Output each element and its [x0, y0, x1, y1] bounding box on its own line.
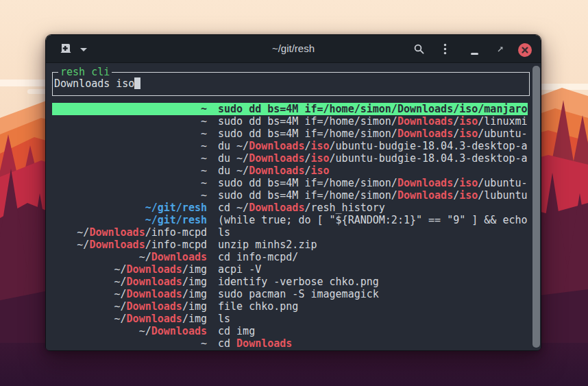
row-command: du ~/Downloads/iso/ubuntu-budgie-18.04.3… — [218, 152, 528, 165]
history-row[interactable]: ~sudo dd bs=4M if=/home/simon/Downloads/… — [52, 128, 528, 140]
history-row[interactable]: ~du ~/Downloads/iso/ubuntu-budgie-18.04.… — [52, 140, 528, 152]
row-directory: ~ — [52, 128, 207, 140]
row-command: cd img — [218, 325, 528, 337]
column-gap — [207, 300, 218, 313]
row-directory: ~/Downloads/info-mcpd — [52, 239, 207, 251]
window-title: ~/git/resh — [46, 35, 541, 62]
history-row[interactable]: ~/Downloads/imgfile chko.png — [52, 300, 528, 313]
row-command: file chko.png — [218, 300, 528, 313]
search-input[interactable]: Downloads iso — [54, 73, 528, 95]
history-row[interactable]: ~/Downloads/imgsudo pacman -S imagemagic… — [52, 288, 528, 300]
column-gap — [207, 140, 218, 152]
column-gap — [207, 177, 218, 189]
terminal-screen[interactable]: resh cli Downloads iso ~sudo dd bs=4M if… — [46, 63, 541, 351]
row-command: ls — [218, 313, 528, 325]
row-command: ls — [218, 226, 528, 239]
terminal-window: ~/git/resh — [45, 34, 541, 351]
restore-icon[interactable] — [496, 45, 504, 53]
search-icon[interactable] — [413, 43, 425, 55]
history-row[interactable]: ~/Downloads/info-mcpdls — [52, 226, 528, 239]
minimize-icon[interactable] — [471, 53, 478, 55]
history-row[interactable]: ~sudo dd bs=4M if=/home/simon/Downloads/… — [52, 177, 528, 189]
column-gap — [207, 214, 218, 226]
column-gap — [207, 276, 218, 288]
column-gap — [207, 165, 218, 177]
search-query-text: Downloads iso — [54, 77, 134, 90]
row-directory: ~ — [52, 115, 207, 128]
column-gap — [207, 325, 218, 337]
history-row[interactable]: ~/Downloads/imgls — [52, 313, 528, 325]
history-row[interactable]: ~/git/reshcd ~/Downloads/resh_history — [52, 202, 528, 214]
row-directory: ~/git/resh — [52, 214, 207, 226]
row-directory: ~/Downloads/img — [52, 313, 207, 325]
row-directory: ~/Downloads/img — [52, 263, 207, 276]
scrollbar[interactable] — [532, 66, 540, 348]
row-command: (while true; do [ "${RANDOM:2:1}" == "9"… — [218, 214, 528, 226]
column-gap — [207, 103, 218, 115]
row-directory: ~/Downloads — [52, 325, 207, 337]
column-gap — [207, 288, 218, 300]
row-directory: ~ — [52, 103, 207, 115]
row-command: cd info-mcpd/ — [218, 251, 528, 263]
history-row[interactable]: ~du ~/Downloads/iso — [52, 165, 528, 177]
row-command: sudo dd bs=4M if=/home/simon/Downloads/i… — [218, 189, 528, 202]
history-row[interactable]: ~/Downloadscd info-mcpd/ — [52, 251, 528, 263]
row-command: du ~/Downloads/iso — [218, 165, 528, 177]
row-command: unzip minhs2.zip — [218, 239, 528, 251]
row-directory: ~ — [52, 165, 207, 177]
row-directory: ~/git/resh — [52, 202, 207, 214]
row-command: acpi -V — [218, 263, 528, 276]
row-command: sudo dd bs=4M if=/home/simon/Downloads/i… — [218, 103, 528, 115]
row-command: sudo dd bs=4M if=/home/simon/Downloads/i… — [218, 128, 528, 140]
history-row[interactable]: ~du ~/Downloads/iso/ubuntu-budgie-18.04.… — [52, 152, 528, 165]
column-gap — [207, 263, 218, 276]
column-gap — [207, 128, 218, 140]
column-gap — [207, 189, 218, 202]
row-command: cd Downloads — [218, 337, 528, 350]
row-directory: ~/Downloads/img — [52, 276, 207, 288]
history-row[interactable]: ~/Downloads/imgidentify -verbose chko.pn… — [52, 276, 528, 288]
resh-search-panel: resh cli Downloads iso — [52, 72, 530, 96]
history-row[interactable]: ~/Downloadscd img — [52, 325, 528, 337]
column-gap — [207, 239, 218, 251]
row-command: du ~/Downloads/iso/ubuntu-budgie-18.04.3… — [218, 140, 528, 152]
history-row-selected[interactable]: ~sudo dd bs=4M if=/home/simon/Downloads/… — [52, 103, 528, 115]
history-row[interactable]: ~sudo dd bs=4M if=/home/simon/Downloads/… — [52, 189, 528, 202]
menu-kebab-icon[interactable] — [443, 43, 447, 55]
history-row[interactable]: ~/Downloads/info-mcpdunzip minhs2.zip — [52, 239, 528, 251]
column-gap — [207, 251, 218, 263]
row-command: sudo dd bs=4M if=/home/simon/Downloads/i… — [218, 177, 528, 189]
text-cursor — [134, 77, 140, 89]
row-directory: ~/Downloads/info-mcpd — [52, 226, 207, 239]
column-gap — [207, 202, 218, 214]
desktop: ~/git/resh — [0, 0, 588, 386]
row-directory: ~ — [52, 337, 207, 350]
row-directory: ~/Downloads/img — [52, 288, 207, 300]
close-icon[interactable] — [518, 43, 532, 57]
column-gap — [207, 337, 218, 350]
column-gap — [207, 115, 218, 128]
row-directory: ~ — [52, 152, 207, 165]
row-command: sudo dd bs=4M if=/home/simon/Downloads/i… — [218, 115, 528, 128]
history-row[interactable]: ~sudo dd bs=4M if=/home/simon/Downloads/… — [52, 115, 528, 128]
column-gap — [207, 152, 218, 165]
history-list: ~sudo dd bs=4M if=/home/simon/Downloads/… — [52, 103, 528, 350]
row-directory: ~ — [52, 140, 207, 152]
row-directory: ~ — [52, 189, 207, 202]
history-row[interactable]: ~/git/resh(while true; do [ "${RANDOM:2:… — [52, 214, 528, 226]
row-directory: ~/Downloads — [52, 251, 207, 263]
column-gap — [207, 226, 218, 239]
row-command: sudo pacman -S imagemagick — [218, 288, 528, 300]
row-directory: ~ — [52, 177, 207, 189]
column-gap — [207, 313, 218, 325]
history-row[interactable]: ~cd Downloads — [52, 337, 528, 350]
history-row[interactable]: ~/Downloads/imgacpi -V — [52, 263, 528, 276]
row-directory: ~/Downloads/img — [52, 300, 207, 313]
titlebar: ~/git/resh — [46, 35, 541, 63]
row-command: cd ~/Downloads/resh_history — [218, 202, 528, 214]
row-command: identify -verbose chko.png — [218, 276, 528, 288]
